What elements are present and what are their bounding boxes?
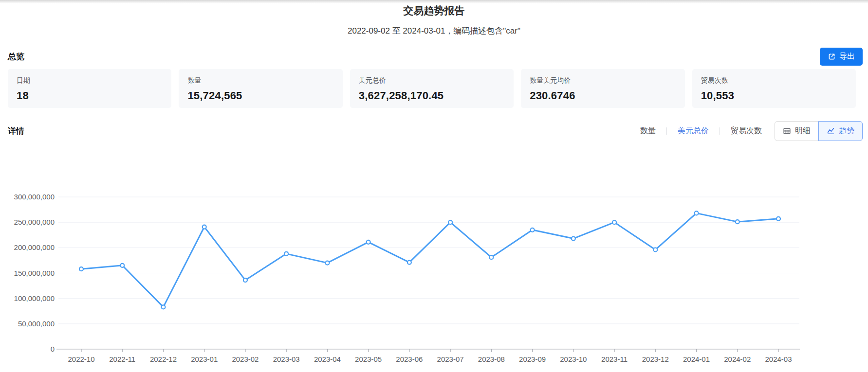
- svg-text:2023-10: 2023-10: [560, 355, 587, 363]
- details-header-row: 详情 数量 美元总价 贸易次数 明细: [8, 121, 863, 141]
- svg-text:2024-03: 2024-03: [765, 355, 792, 363]
- tab-separator: [666, 127, 667, 135]
- tab-separator: [720, 127, 720, 135]
- line-chart-icon: [827, 127, 835, 135]
- export-button[interactable]: 导出: [820, 48, 863, 66]
- tab-quantity[interactable]: 数量: [640, 126, 656, 136]
- details-controls: 数量 美元总价 贸易次数 明细: [640, 121, 863, 141]
- stat-card-usd-total: 美元总价 3,627,258,170.45: [350, 69, 514, 108]
- svg-text:0: 0: [51, 345, 55, 353]
- stat-label: 日期: [17, 76, 163, 85]
- svg-text:2022-12: 2022-12: [150, 355, 177, 363]
- tab-usd-total[interactable]: 美元总价: [678, 126, 709, 136]
- stat-card-date: 日期 18: [8, 69, 171, 108]
- svg-text:100,000,000: 100,000,000: [14, 294, 55, 302]
- view-toggle: 明细 趋势: [775, 121, 863, 141]
- table-icon: [783, 127, 791, 135]
- overview-heading: 总览: [8, 51, 24, 62]
- export-icon: [828, 53, 836, 61]
- svg-text:2023-02: 2023-02: [232, 355, 259, 363]
- svg-text:150,000,000: 150,000,000: [14, 269, 55, 277]
- trend-view-label: 趋势: [839, 126, 854, 136]
- svg-text:2024-02: 2024-02: [724, 355, 751, 363]
- svg-text:2023-06: 2023-06: [396, 355, 423, 363]
- tab-trade-count[interactable]: 贸易次数: [731, 126, 762, 136]
- stat-value: 3,627,258,170.45: [359, 89, 505, 102]
- trend-chart: 050,000,000100,000,000150,000,000200,000…: [0, 160, 868, 370]
- svg-text:2022-10: 2022-10: [68, 355, 94, 363]
- svg-text:2023-07: 2023-07: [437, 355, 464, 363]
- svg-text:2022-11: 2022-11: [109, 355, 135, 363]
- svg-text:2024-01: 2024-01: [683, 355, 710, 363]
- svg-text:2023-03: 2023-03: [273, 355, 300, 363]
- stat-value: 15,724,565: [187, 89, 333, 102]
- stat-value: 10,553: [701, 89, 847, 102]
- trade-trend-report-page: 交易趋势报告 2022-09-02 至 2024-03-01，编码描述包含"ca…: [0, 0, 868, 372]
- overview-cards: 日期 18 数量 15,724,565 美元总价 3,627,258,170.4…: [8, 69, 856, 108]
- report-header: 交易趋势报告 2022-09-02 至 2024-03-01，编码描述包含"ca…: [0, 4, 868, 36]
- svg-text:2023-08: 2023-08: [478, 355, 505, 363]
- svg-text:2023-11: 2023-11: [601, 355, 628, 363]
- page-subtitle: 2022-09-02 至 2024-03-01，编码描述包含"car": [0, 25, 868, 36]
- svg-text:2023-01: 2023-01: [191, 355, 218, 363]
- svg-text:2023-04: 2023-04: [314, 355, 341, 363]
- detail-view-button[interactable]: 明细: [775, 121, 819, 141]
- svg-text:2023-09: 2023-09: [519, 355, 546, 363]
- stat-card-trade-count: 贸易次数 10,553: [692, 69, 856, 108]
- svg-text:200,000,000: 200,000,000: [14, 243, 55, 251]
- top-shadow: [0, 0, 868, 3]
- detail-view-label: 明细: [795, 126, 811, 136]
- stat-label: 数量美元均价: [530, 76, 676, 85]
- details-heading: 详情: [8, 125, 24, 137]
- svg-text:250,000,000: 250,000,000: [14, 218, 55, 226]
- export-button-label: 导出: [839, 52, 855, 62]
- stat-card-avg-usd-price: 数量美元均价 230.6746: [521, 69, 684, 108]
- stat-label: 美元总价: [359, 76, 505, 85]
- trend-view-button[interactable]: 趋势: [818, 121, 863, 141]
- metric-tabs: 数量 美元总价 贸易次数: [640, 126, 762, 136]
- stat-value: 230.6746: [530, 89, 676, 102]
- page-title: 交易趋势报告: [0, 4, 868, 18]
- svg-text:50,000,000: 50,000,000: [18, 319, 55, 328]
- stat-label: 贸易次数: [701, 76, 847, 85]
- svg-text:2023-12: 2023-12: [642, 355, 669, 363]
- overview-header-row: 总览 导出: [8, 48, 863, 66]
- svg-text:2023-05: 2023-05: [355, 355, 382, 363]
- svg-text:300,000,000: 300,000,000: [14, 193, 55, 201]
- trend-chart-canvas: 050,000,000100,000,000150,000,000200,000…: [0, 160, 868, 370]
- stat-label: 数量: [187, 76, 333, 85]
- stat-card-quantity: 数量 15,724,565: [179, 69, 342, 108]
- stat-value: 18: [17, 89, 163, 102]
